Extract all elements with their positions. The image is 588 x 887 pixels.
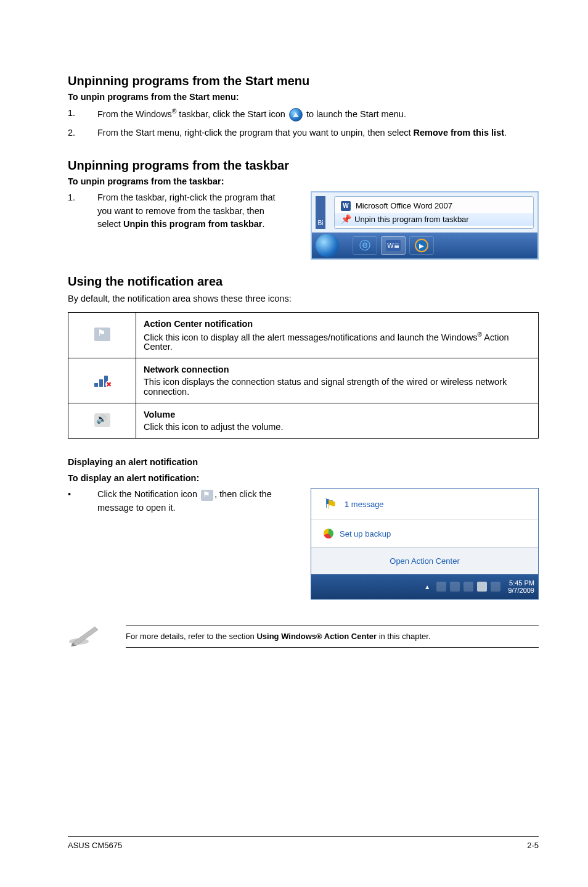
- desc-cell: Action Center notification Click this ic…: [136, 312, 539, 358]
- tray-icon: [450, 582, 460, 592]
- icon-cell: [68, 312, 136, 358]
- step-text: From the taskbar, right-click the progra…: [97, 191, 286, 231]
- alert-setup-label: Set up backup: [340, 529, 391, 538]
- t: to launch the Start menu.: [306, 109, 406, 119]
- step-text: From the Windows® taskbar, click the Sta…: [97, 107, 406, 122]
- pencil-icon: [68, 623, 101, 649]
- ie-button: ⓔ: [353, 236, 377, 255]
- cell-text: This icon displays the connection status…: [144, 377, 531, 397]
- heading-unpin-start: Unpinning programs from the Start menu: [68, 74, 539, 88]
- steps-unpin-taskbar: 1. From the taskbar, right-click the pro…: [68, 191, 286, 231]
- jump-label: Microsoft Office Word 2007: [356, 201, 452, 210]
- tray-time: 5:45 PM: [508, 579, 534, 587]
- taskbar: ⓔ W≣ ▶: [312, 233, 537, 258]
- alert-open-label: Open Action Center: [390, 556, 459, 566]
- icon-cell: [68, 358, 136, 403]
- start-icon: [289, 108, 303, 122]
- word-icon: W: [341, 201, 351, 211]
- footer-right: 2-5: [527, 841, 539, 850]
- unpin-icon: 📌: [341, 215, 349, 223]
- notification-icons-table: Action Center notification Click this ic…: [68, 312, 539, 439]
- t: For more details, refer to the section: [126, 632, 256, 641]
- bold: Remove from this list: [414, 128, 504, 138]
- alert-open-action-center: Open Action Center: [311, 547, 538, 574]
- table-row: Network connection This icon displays th…: [68, 358, 539, 403]
- t: in this chapter.: [377, 632, 430, 641]
- note-text: For more details, refer to the section U…: [126, 625, 539, 648]
- sub-unpin-start: To unpin programs from the Start menu:: [68, 92, 539, 102]
- alert-setup-backup: Set up backup: [311, 519, 538, 547]
- cell-title: Network connection: [144, 365, 531, 374]
- footer-left: ASUS CM5675: [68, 841, 122, 850]
- heading-notification-area: Using the notification area: [68, 274, 539, 289]
- step-2: 2. From the Start menu, right-click the …: [68, 126, 539, 140]
- step-1: 1. From the taskbar, right-click the pro…: [68, 191, 286, 231]
- backup-icon: [324, 529, 333, 538]
- network-icon: [94, 373, 110, 387]
- bullet-text: Click the Notification icon , then click…: [97, 488, 286, 515]
- t: Click the Notification icon: [97, 489, 200, 499]
- t: From the Windows: [97, 109, 172, 119]
- wmp-button: ▶: [409, 236, 434, 255]
- alert-popup-screenshot: 1 message Set up backup Open Action Cent…: [311, 488, 539, 600]
- sub-unpin-taskbar: To unpin programs from the taskbar:: [68, 176, 539, 186]
- t: .: [504, 128, 507, 138]
- cell-title: Action Center notification: [144, 319, 531, 329]
- cell-text: Click this icon to adjust the volume.: [144, 422, 531, 432]
- jump-label: Unpin this program from taskbar: [354, 215, 469, 224]
- system-tray: ▲ 5:45 PM 9/7/2009: [311, 574, 538, 599]
- word-button: W≣: [381, 236, 406, 255]
- bullet: •: [68, 488, 97, 515]
- bold: Using Windows® Action Center: [256, 632, 377, 641]
- table-row: Action Center notification Click this ic…: [68, 312, 539, 358]
- note-callout: For more details, refer to the section U…: [68, 623, 539, 649]
- icon-cell: [68, 403, 136, 439]
- volume-icon: [94, 413, 110, 427]
- desc-cell: Volume Click this icon to adjust the vol…: [136, 403, 539, 439]
- start-button: [316, 234, 339, 257]
- t: taskbar, click the Start icon: [176, 109, 288, 119]
- cell-title: Volume: [144, 410, 531, 419]
- page-footer: ASUS CM5675 2-5: [68, 836, 539, 850]
- tray-icon: [491, 582, 500, 592]
- desc-cell: Network connection This icon displays th…: [136, 358, 539, 403]
- step-num: 1.: [68, 191, 97, 231]
- steps-unpin-start: 1. From the Windows® taskbar, click the …: [68, 107, 539, 140]
- notification-flag-icon: [201, 490, 213, 501]
- step-1: 1. From the Windows® taskbar, click the …: [68, 107, 539, 122]
- window-edge: Bi: [316, 196, 325, 229]
- step-num: 1.: [68, 107, 97, 122]
- word-taskbar-icon: W≣: [386, 240, 401, 251]
- tray-expand-icon: ▲: [424, 584, 430, 590]
- table-row: Volume Click this icon to adjust the vol…: [68, 403, 539, 439]
- t: From the Start menu, right-click the pro…: [97, 128, 414, 138]
- alert-header: 1 message: [311, 489, 538, 519]
- jump-item-word: W Microsoft Office Word 2007: [335, 199, 533, 213]
- bullet-item: • Click the Notification icon , then cli…: [68, 488, 286, 515]
- bold: Unpin this program from taskbar: [123, 219, 263, 229]
- t: .: [263, 219, 265, 229]
- jump-list-screenshot: Bi W Microsoft Office Word 2007 📌 Unpin …: [311, 191, 539, 260]
- tray-date: 9/7/2009: [508, 587, 534, 594]
- action-center-icon: [94, 328, 110, 341]
- heading-display-alert: Displaying an alert notification: [68, 457, 539, 467]
- flag-colored-icon: [324, 497, 338, 511]
- reg-mark: ®: [478, 331, 482, 338]
- ie-icon: ⓔ: [359, 238, 370, 253]
- tray-volume-icon: [463, 582, 473, 592]
- notif-intro: By default, the notification area shows …: [68, 292, 539, 306]
- sub-display-alert: To display an alert notification:: [68, 473, 539, 483]
- jump-item-unpin: 📌 Unpin this program from taskbar: [335, 213, 533, 226]
- t: Click this icon to display all the alert…: [144, 332, 478, 342]
- cell-text: Click this icon to display all the alert…: [144, 331, 531, 352]
- wmp-icon: ▶: [415, 239, 428, 252]
- alert-header-label: 1 message: [345, 500, 384, 509]
- tray-icon: [436, 582, 446, 592]
- step-text: From the Start menu, right-click the pro…: [97, 126, 507, 140]
- heading-unpin-taskbar: Unpinning programs from the taskbar: [68, 159, 539, 173]
- step-num: 2.: [68, 126, 97, 140]
- tray-clock: 5:45 PM 9/7/2009: [508, 579, 534, 594]
- tray-flag-icon: [477, 582, 487, 592]
